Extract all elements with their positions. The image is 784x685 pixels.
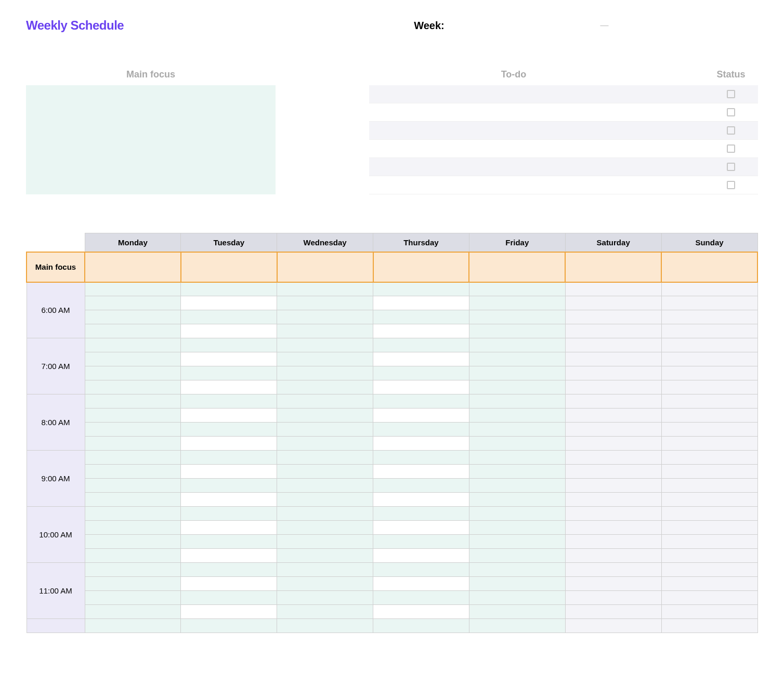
- schedule-cell[interactable]: [373, 366, 469, 380]
- schedule-cell[interactable]: [181, 591, 277, 605]
- schedule-cell[interactable]: [85, 591, 181, 605]
- schedule-cell[interactable]: [565, 479, 661, 493]
- schedule-cell[interactable]: [373, 352, 469, 366]
- schedule-cell[interactable]: [277, 619, 373, 633]
- schedule-cell[interactable]: [565, 352, 661, 366]
- schedule-cell[interactable]: [181, 282, 277, 296]
- schedule-cell[interactable]: [565, 437, 661, 451]
- schedule-cell[interactable]: [85, 324, 181, 338]
- schedule-cell[interactable]: [373, 423, 469, 437]
- todo-text-input[interactable]: [369, 176, 704, 194]
- schedule-cell[interactable]: [85, 619, 181, 633]
- schedule-cell[interactable]: [85, 521, 181, 535]
- schedule-cell[interactable]: [181, 493, 277, 507]
- schedule-cell[interactable]: [181, 507, 277, 521]
- focus-cell[interactable]: [469, 252, 565, 282]
- schedule-cell[interactable]: [661, 296, 757, 310]
- schedule-cell[interactable]: [565, 563, 661, 577]
- schedule-cell[interactable]: [661, 605, 757, 619]
- focus-cell[interactable]: [181, 252, 277, 282]
- schedule-cell[interactable]: [469, 493, 565, 507]
- week-end-input[interactable]: [617, 19, 758, 32]
- schedule-cell[interactable]: [85, 563, 181, 577]
- schedule-cell[interactable]: [277, 296, 373, 310]
- schedule-cell[interactable]: [469, 507, 565, 521]
- schedule-cell[interactable]: [565, 605, 661, 619]
- schedule-cell[interactable]: [469, 591, 565, 605]
- schedule-cell[interactable]: [565, 521, 661, 535]
- checkbox-icon[interactable]: [727, 181, 735, 189]
- schedule-cell[interactable]: [565, 394, 661, 409]
- schedule-cell[interactable]: [661, 324, 757, 338]
- schedule-cell[interactable]: [373, 521, 469, 535]
- week-start-input[interactable]: [451, 19, 592, 32]
- schedule-cell[interactable]: [661, 549, 757, 563]
- schedule-cell[interactable]: [181, 577, 277, 591]
- schedule-cell[interactable]: [373, 535, 469, 549]
- checkbox-icon[interactable]: [727, 90, 735, 98]
- checkbox-icon[interactable]: [727, 126, 735, 135]
- schedule-cell[interactable]: [373, 493, 469, 507]
- schedule-cell[interactable]: [277, 366, 373, 380]
- schedule-cell[interactable]: [661, 451, 757, 465]
- schedule-cell[interactable]: [373, 591, 469, 605]
- schedule-cell[interactable]: [469, 324, 565, 338]
- schedule-cell[interactable]: [661, 507, 757, 521]
- schedule-cell[interactable]: [373, 549, 469, 563]
- schedule-cell[interactable]: [373, 619, 469, 633]
- schedule-cell[interactable]: [469, 619, 565, 633]
- schedule-cell[interactable]: [469, 479, 565, 493]
- schedule-cell[interactable]: [373, 310, 469, 324]
- checkbox-icon[interactable]: [727, 108, 735, 116]
- schedule-cell[interactable]: [85, 394, 181, 409]
- schedule-cell[interactable]: [469, 535, 565, 549]
- schedule-cell[interactable]: [661, 563, 757, 577]
- schedule-cell[interactable]: [373, 380, 469, 394]
- schedule-cell[interactable]: [181, 296, 277, 310]
- schedule-cell[interactable]: [565, 310, 661, 324]
- schedule-cell[interactable]: [181, 423, 277, 437]
- schedule-cell[interactable]: [181, 352, 277, 366]
- schedule-cell[interactable]: [85, 338, 181, 352]
- schedule-cell[interactable]: [85, 437, 181, 451]
- todo-text-input[interactable]: [369, 140, 704, 157]
- schedule-cell[interactable]: [661, 310, 757, 324]
- schedule-cell[interactable]: [469, 423, 565, 437]
- schedule-cell[interactable]: [373, 338, 469, 352]
- schedule-cell[interactable]: [373, 282, 469, 296]
- schedule-cell[interactable]: [373, 479, 469, 493]
- schedule-cell[interactable]: [661, 437, 757, 451]
- schedule-cell[interactable]: [85, 493, 181, 507]
- schedule-cell[interactable]: [373, 563, 469, 577]
- schedule-cell[interactable]: [277, 338, 373, 352]
- schedule-cell[interactable]: [277, 591, 373, 605]
- schedule-cell[interactable]: [373, 507, 469, 521]
- schedule-cell[interactable]: [277, 282, 373, 296]
- schedule-cell[interactable]: [469, 521, 565, 535]
- schedule-cell[interactable]: [277, 324, 373, 338]
- schedule-cell[interactable]: [565, 338, 661, 352]
- schedule-cell[interactable]: [661, 493, 757, 507]
- schedule-cell[interactable]: [277, 394, 373, 409]
- schedule-cell[interactable]: [85, 310, 181, 324]
- schedule-cell[interactable]: [277, 479, 373, 493]
- schedule-cell[interactable]: [661, 619, 757, 633]
- schedule-cell[interactable]: [469, 549, 565, 563]
- schedule-cell[interactable]: [277, 310, 373, 324]
- schedule-cell[interactable]: [373, 577, 469, 591]
- schedule-cell[interactable]: [85, 465, 181, 479]
- schedule-cell[interactable]: [469, 437, 565, 451]
- schedule-cell[interactable]: [85, 423, 181, 437]
- schedule-cell[interactable]: [565, 451, 661, 465]
- schedule-cell[interactable]: [181, 619, 277, 633]
- schedule-cell[interactable]: [661, 577, 757, 591]
- schedule-cell[interactable]: [277, 409, 373, 423]
- schedule-cell[interactable]: [85, 409, 181, 423]
- schedule-cell[interactable]: [181, 324, 277, 338]
- schedule-cell[interactable]: [373, 437, 469, 451]
- schedule-cell[interactable]: [277, 465, 373, 479]
- schedule-cell[interactable]: [469, 366, 565, 380]
- schedule-cell[interactable]: [661, 465, 757, 479]
- schedule-cell[interactable]: [373, 451, 469, 465]
- schedule-cell[interactable]: [373, 465, 469, 479]
